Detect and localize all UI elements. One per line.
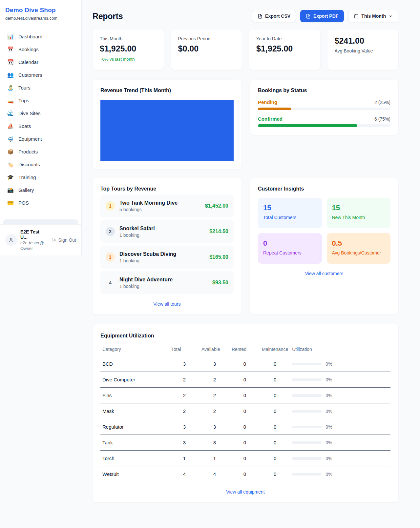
sidebar-item-tours[interactable]: 🏝️ Tours — [3, 81, 78, 94]
equip-category: Torch — [100, 451, 169, 466]
equip-available: 3 — [200, 356, 230, 372]
sidebar-item-training[interactable]: 🎓 Training — [3, 171, 78, 184]
status-label: Confirmed — [258, 116, 283, 122]
insight-value: 0.5 — [332, 239, 386, 248]
equip-available: 4 — [200, 466, 230, 482]
equip-total: 1 — [169, 451, 200, 466]
sidebar-item-discounts[interactable]: 🏷️ Discounts — [3, 158, 78, 171]
sidebar-item-bookings[interactable]: 📅 Bookings — [3, 43, 78, 56]
equip-category: Fins — [100, 388, 169, 403]
table-row: Dive Computer 2 2 0 0 0% — [100, 372, 390, 388]
tour-row: 3 Discover Scuba Diving 1 booking $165.0… — [100, 246, 234, 269]
table-row: BCD 3 3 0 0 0% — [100, 356, 390, 372]
insight-repeat-customers: 0 Repeat Customers — [258, 233, 322, 264]
sign-out-button[interactable]: Sign Out — [51, 237, 76, 243]
sidebar-header: Demo Dive Shop demo.test.divestreams.com — [0, 0, 81, 26]
table-row: Mask 2 2 0 0 0% — [100, 403, 390, 419]
sidebar-item-reports-partial[interactable] — [3, 219, 78, 224]
table-row: Wetsuit 4 4 0 0 0% — [100, 466, 390, 482]
stat-label: Year to Date — [256, 36, 313, 41]
view-all-customers-link[interactable]: View all customers — [258, 271, 390, 276]
utilization-pct: 0% — [326, 361, 332, 367]
bookings-by-status-title: Bookings by Status — [258, 88, 390, 93]
sidebar-item-customers[interactable]: 👥 Customers — [3, 69, 78, 81]
utilization-cell: 0% — [292, 456, 388, 461]
utilization-pct: 0% — [326, 456, 332, 461]
gallery-icon: 📸 — [7, 187, 14, 193]
sidebar-item-trips[interactable]: 🚤 Trips — [3, 94, 78, 107]
user-role: Owner — [20, 246, 48, 251]
header-actions: Export CSV Export PDF This Month — [252, 10, 398, 22]
status-row-pending: Pending 2 (25%) — [258, 99, 390, 110]
rank-badge: 2 — [106, 227, 115, 236]
sign-out-icon — [51, 237, 56, 243]
user-info: E2E Test U... e2e-tester@... Owner — [20, 229, 48, 251]
table-row: Torch 1 1 0 0 0% — [100, 451, 390, 466]
stat-value: $1,925.00 — [100, 44, 157, 53]
utilization-pct: 0% — [326, 472, 332, 477]
sidebar-item-dashboard[interactable]: 📊 Dashboard — [3, 30, 78, 43]
stat-card-year-to-date: Year to Date $1,925.00 — [249, 30, 320, 70]
insight-value: 0 — [263, 239, 317, 248]
avatar — [5, 234, 17, 246]
equip-total: 4 — [169, 466, 200, 482]
equip-rented: 0 — [230, 419, 260, 435]
revenue-trend-card: Revenue Trend (This Month) — [93, 80, 242, 169]
tour-name: Discover Scuba Diving — [119, 251, 205, 257]
stat-cards: This Month $1,925.00 +0% vs last month P… — [93, 30, 398, 70]
view-all-equipment-link[interactable]: View all equipment — [100, 489, 390, 495]
page-header: Reports Export CSV Export PDF — [93, 10, 398, 22]
status-bar-track — [258, 108, 390, 110]
utilization-cell: 0% — [292, 361, 388, 367]
status-row-confirmed: Confirmed 6 (75%) — [258, 116, 390, 127]
status-label: Pending — [258, 99, 277, 105]
utilization-pct: 0% — [326, 440, 332, 445]
sidebar-item-dive-sites[interactable]: 🌊 Dive Sites — [3, 107, 78, 120]
sidebar-item-gallery[interactable]: 📸 Gallery — [3, 184, 78, 196]
sidebar-user: E2E Test U... e2e-tester@... Owner Sign … — [0, 224, 81, 255]
equip-category: Wetsuit — [100, 466, 169, 482]
equip-maintenance: 0 — [260, 403, 290, 419]
revenue-trend-title: Revenue Trend (This Month) — [100, 88, 234, 93]
equip-total: 2 — [169, 403, 200, 419]
sidebar-item-calendar[interactable]: 📆 Calendar — [3, 56, 78, 69]
customers-icon: 👥 — [7, 72, 14, 78]
equip-total: 3 — [169, 419, 200, 435]
tour-revenue: $93.50 — [212, 280, 228, 286]
equip-rented: 0 — [230, 451, 260, 466]
table-row: Regulator 3 3 0 0 0% — [100, 419, 390, 435]
export-pdf-button[interactable]: Export PDF — [300, 10, 344, 22]
tour-name: Two Tank Morning Dive — [119, 200, 200, 206]
sidebar-item-boats[interactable]: ⛵ Boats — [3, 120, 78, 132]
stat-delta: +0% vs last month — [100, 57, 157, 62]
tour-name: Snorkel Safari — [119, 226, 205, 232]
stat-value: $1,925.00 — [256, 44, 313, 53]
tour-revenue: $214.50 — [209, 229, 228, 234]
equip-total: 2 — [169, 388, 200, 403]
dive-sites-icon: 🌊 — [7, 110, 14, 116]
stat-card-previous-period: Previous Period $0.00 — [171, 30, 242, 70]
tours-icon: 🏝️ — [7, 85, 14, 91]
insight-value: 15 — [332, 204, 386, 212]
status-bar-track — [258, 124, 390, 127]
stat-label: Previous Period — [178, 36, 235, 41]
sidebar-item-pos[interactable]: 💳 POS — [3, 196, 78, 209]
equip-available: 2 — [200, 403, 230, 419]
view-all-tours-link[interactable]: View all tours — [100, 301, 234, 307]
discounts-icon: 🏷️ — [7, 161, 14, 168]
utilization-cell: 0% — [292, 377, 388, 382]
sidebar-item-products[interactable]: 📦 Products — [3, 145, 78, 158]
utilization-cell: 0% — [292, 440, 388, 445]
tour-row: 2 Snorkel Safari 1 booking $214.50 — [100, 220, 234, 243]
period-dropdown[interactable]: This Month — [348, 10, 398, 22]
equipment-table: Category Total Available Rented Maintena… — [100, 343, 390, 482]
table-row: Fins 2 2 0 0 0% — [100, 388, 390, 403]
sidebar-item-equipment[interactable]: 🤿 Equipment — [3, 132, 78, 145]
export-file-icon — [306, 14, 311, 19]
export-csv-button[interactable]: Export CSV — [252, 10, 296, 22]
calendar-icon: 📆 — [7, 59, 14, 65]
equipment-utilization-title: Equipment Utilization — [100, 333, 390, 339]
equip-maintenance: 0 — [260, 451, 290, 466]
page-title: Reports — [93, 11, 123, 21]
status-count: 6 (75%) — [374, 116, 390, 122]
